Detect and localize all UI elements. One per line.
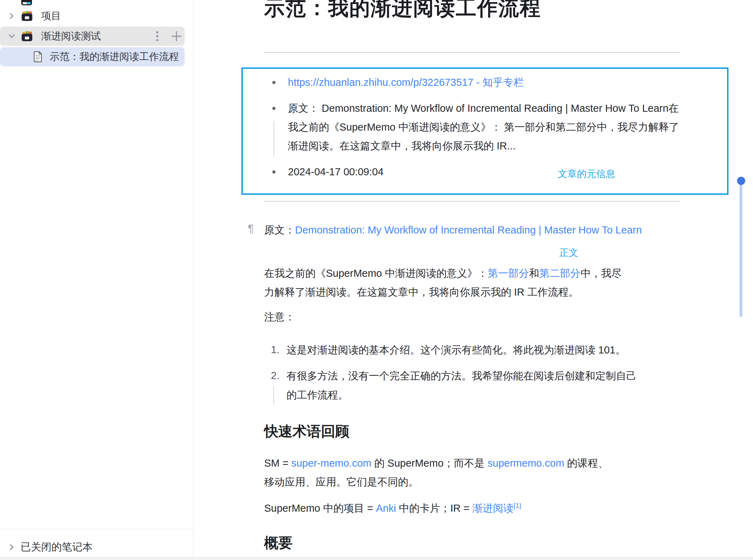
- sidebar-item-demo-document[interactable]: 示范：我的渐进阅读工作流程: [0, 47, 185, 66]
- title-divider: [264, 52, 680, 53]
- summary-heading[interactable]: 概要: [264, 533, 293, 553]
- zhihu-link[interactable]: https://zhuanlan.zhihu.com/p/322673517 -…: [288, 77, 524, 88]
- source-paragraph[interactable]: 原文：Demonstration: My Workflow of Increme…: [264, 221, 655, 239]
- supermemo-link[interactable]: supermemo.com: [487, 457, 564, 469]
- meta-source-url-item: https://zhuanlan.zhihu.com/p/322673517 -…: [272, 73, 681, 92]
- meta-box-name-label[interactable]: 文章的元信息: [558, 168, 615, 180]
- list-item-text: 这是对渐进阅读的基本介绍。这个演示有些简化。将此视为渐进阅读 101。: [287, 340, 642, 359]
- sm-mid: 的 SuperMemo；而不是: [371, 457, 487, 469]
- list-guide-line: [273, 386, 274, 405]
- note-label[interactable]: 注意：: [264, 308, 295, 326]
- notebook-icon: [21, 10, 33, 22]
- scrollbar-track[interactable]: [740, 182, 742, 317]
- section-divider: [264, 201, 680, 202]
- document-icon: [32, 51, 43, 62]
- source-article-link[interactable]: Demonstration: My Workflow of Incrementa…: [295, 224, 642, 236]
- anki-paragraph[interactable]: SuperMemo 中的项目 = Anki 中的卡片；IR = 渐进阅读[1]: [264, 499, 690, 517]
- chevron-down-icon[interactable]: [8, 32, 16, 40]
- anki-mid: 中的卡片；IR =: [396, 503, 473, 514]
- notebook-icon: [21, 30, 33, 43]
- closed-notebooks-label: 已关闭的笔记本: [21, 540, 93, 554]
- part-one-link[interactable]: 第一部分: [488, 268, 529, 279]
- page-title[interactable]: 示范：我的渐进阅读工作流程: [264, 0, 541, 19]
- ordered-list-item[interactable]: 1. 这是对渐进阅读的基本介绍。这个演示有些简化。将此视为渐进阅读 101。: [271, 340, 642, 359]
- part-two-link[interactable]: 第二部分: [539, 268, 580, 279]
- sidebar-item-incremental-reading-test[interactable]: 渐进阅读测试: [0, 27, 185, 46]
- chevron-right-icon[interactable]: [8, 543, 16, 551]
- sm-paragraph[interactable]: SM = super-memo.com 的 SuperMemo；而不是 supe…: [264, 454, 612, 492]
- list-marker: 1.: [271, 340, 287, 359]
- sidebar-item-project[interactable]: 项目: [0, 6, 185, 26]
- terms-heading[interactable]: 快速术语回顾: [264, 422, 349, 441]
- sidebar-file-tree: 项目 渐进阅读测试: [0, 0, 193, 560]
- more-icon[interactable]: [152, 27, 163, 46]
- meta-excerpt-item: 原文： Demonstration: My Workflow of Increm…: [272, 99, 684, 155]
- anki-link[interactable]: Anki: [376, 503, 396, 514]
- paragraph-mark-icon: ¶: [248, 222, 254, 235]
- article-meta-box[interactable]: https://zhuanlan.zhihu.com/p/322673517 -…: [241, 67, 729, 195]
- plus-icon[interactable]: [167, 27, 186, 46]
- super-memo-link[interactable]: super-memo.com: [291, 457, 372, 469]
- sidebar-closed-notebooks[interactable]: 已关闭的笔记本: [0, 539, 185, 556]
- intro-paragraph[interactable]: 在我之前的《SuperMemo 中渐进阅读的意义》：第一部分和第二部分中，我尽力…: [264, 264, 626, 302]
- sidebar-bottom-divider: [0, 529, 193, 529]
- sm-pre: SM =: [264, 457, 291, 469]
- bottom-status-strip: [0, 557, 753, 560]
- list-guide-line: [273, 121, 274, 157]
- sidebar-item-label: 示范：我的渐进阅读工作流程: [50, 50, 179, 64]
- scrollbar-thumb-dot[interactable]: [737, 177, 745, 185]
- anki-pre: SuperMemo 中的项目 =: [264, 503, 376, 514]
- footnote-ref[interactable]: [1]: [514, 502, 521, 509]
- chevron-right-icon[interactable]: [8, 12, 16, 20]
- sidebar-item-label: 渐进阅读测试: [41, 29, 101, 43]
- list-item-text: 有很多方法，没有一个完全正确的方法。我希望你能在阅读后创建和定制自己的工作流程。: [287, 366, 642, 405]
- intro-pre: 在我之前的《SuperMemo 中渐进阅读的意义》：: [264, 268, 488, 279]
- body-attribute-label[interactable]: 正文: [559, 246, 578, 259]
- ordered-list-item[interactable]: 2. 有很多方法，没有一个完全正确的方法。我希望你能在阅读后创建和定制自己的工作…: [271, 366, 642, 405]
- source-prefix: 原文：: [264, 224, 295, 236]
- meta-date-item: 2024-04-17 00:09:04: [272, 163, 681, 181]
- sidebar-item-label: 项目: [41, 9, 61, 23]
- editor-area: 示范：我的渐进阅读工作流程 https://zhuanlan.zhihu.com…: [194, 0, 753, 560]
- intro-mid: 和: [529, 268, 539, 279]
- incremental-reading-link[interactable]: 渐进阅读: [473, 503, 514, 514]
